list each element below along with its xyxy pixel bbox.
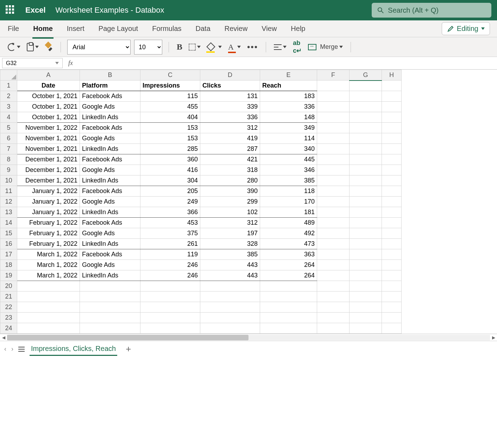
cell[interactable]: 131 <box>200 91 260 102</box>
cell-empty[interactable] <box>382 197 402 207</box>
sheet-nav-prev[interactable]: ‹ <box>4 345 6 353</box>
cell-empty[interactable] <box>350 112 382 123</box>
cell-empty[interactable] <box>260 313 317 323</box>
cell-empty[interactable] <box>80 292 140 302</box>
cell-empty[interactable] <box>80 302 140 313</box>
cell[interactable]: 339 <box>200 102 260 112</box>
more-font-options-button[interactable]: ••• <box>246 41 259 53</box>
cell-empty[interactable] <box>80 281 140 292</box>
row-header[interactable]: 1 <box>0 81 17 91</box>
cell[interactable]: 246 <box>140 260 200 270</box>
cell[interactable]: 118 <box>260 186 317 197</box>
cell[interactable]: 102 <box>200 207 260 218</box>
cell-empty[interactable] <box>317 207 350 218</box>
cell[interactable]: 261 <box>140 239 200 249</box>
col-header-G[interactable]: G <box>350 70 382 81</box>
cell-empty[interactable] <box>382 292 402 302</box>
row-header[interactable]: 12 <box>0 197 17 207</box>
cell[interactable]: Facebook Ads <box>80 218 140 228</box>
cell[interactable]: 114 <box>260 133 317 144</box>
cell[interactable]: 443 <box>200 260 260 270</box>
row-header[interactable]: 2 <box>0 91 17 102</box>
cell-empty[interactable] <box>317 228 350 239</box>
cell-empty[interactable] <box>317 281 350 292</box>
cell-empty[interactable] <box>317 175 350 186</box>
cell[interactable]: 183 <box>260 91 317 102</box>
cell[interactable]: LinkedIn Ads <box>80 144 140 154</box>
cell-empty[interactable] <box>317 302 350 313</box>
cell[interactable]: 419 <box>200 133 260 144</box>
cell-empty[interactable] <box>350 207 382 218</box>
cell-empty[interactable] <box>200 281 260 292</box>
cell[interactable]: Facebook Ads <box>80 123 140 133</box>
cell[interactable]: March 1, 2022 <box>17 249 80 260</box>
cell[interactable]: 453 <box>140 218 200 228</box>
cell-empty[interactable] <box>382 228 402 239</box>
row-header[interactable]: 22 <box>0 302 17 313</box>
cell[interactable]: December 1, 2021 <box>17 175 80 186</box>
cell-empty[interactable] <box>317 239 350 249</box>
borders-button[interactable] <box>187 42 202 52</box>
tab-insert[interactable]: Insert <box>66 22 85 36</box>
cell[interactable]: Facebook Ads <box>80 154 140 165</box>
cell[interactable]: 170 <box>260 197 317 207</box>
row-header[interactable]: 5 <box>0 123 17 133</box>
cell-empty[interactable] <box>317 260 350 270</box>
cell[interactable]: 312 <box>200 218 260 228</box>
cell[interactable]: Google Ads <box>80 197 140 207</box>
cell[interactable]: 404 <box>140 112 200 123</box>
cell-empty[interactable] <box>382 165 402 175</box>
cell[interactable]: 304 <box>140 175 200 186</box>
cell-empty[interactable] <box>200 302 260 313</box>
cell-empty[interactable] <box>350 323 382 334</box>
cell[interactable]: 390 <box>200 186 260 197</box>
cell-empty[interactable] <box>350 302 382 313</box>
cell[interactable]: February 1, 2022 <box>17 239 80 249</box>
cell[interactable]: 492 <box>260 228 317 239</box>
wrap-text-button[interactable]: abc↵ <box>291 38 303 56</box>
cell[interactable]: 445 <box>260 154 317 165</box>
cell[interactable]: 455 <box>140 102 200 112</box>
search-input[interactable] <box>388 6 486 14</box>
row-header[interactable]: 10 <box>0 175 17 186</box>
cell[interactable]: February 1, 2022 <box>17 218 80 228</box>
cell-empty[interactable] <box>382 175 402 186</box>
row-header[interactable]: 16 <box>0 239 17 249</box>
cell-empty[interactable] <box>260 323 317 334</box>
col-header-A[interactable]: A <box>17 70 80 81</box>
tab-help[interactable]: Help <box>290 22 306 36</box>
cell-empty[interactable] <box>317 218 350 228</box>
cell[interactable]: 336 <box>260 102 317 112</box>
cell-header[interactable]: Clicks <box>200 81 260 91</box>
cell-empty[interactable] <box>140 292 200 302</box>
cell-empty[interactable] <box>260 292 317 302</box>
cell-empty[interactable] <box>350 91 382 102</box>
cell[interactable]: 360 <box>140 154 200 165</box>
cell-header[interactable]: Platform <box>80 81 140 91</box>
cell-empty[interactable] <box>17 281 80 292</box>
cell-empty[interactable] <box>382 239 402 249</box>
cell-empty[interactable] <box>350 186 382 197</box>
cell[interactable]: March 1, 2022 <box>17 260 80 270</box>
cell[interactable]: 366 <box>140 207 200 218</box>
cell[interactable]: 246 <box>140 270 200 281</box>
row-header[interactable]: 13 <box>0 207 17 218</box>
add-sheet-button[interactable]: + <box>122 344 134 354</box>
cell[interactable]: LinkedIn Ads <box>80 270 140 281</box>
tab-review[interactable]: Review <box>224 22 249 36</box>
cell-empty[interactable] <box>350 175 382 186</box>
cell-empty[interactable] <box>382 313 402 323</box>
row-header[interactable]: 6 <box>0 133 17 144</box>
cell-empty[interactable] <box>260 281 317 292</box>
cell-empty[interactable] <box>317 292 350 302</box>
search-box[interactable] <box>372 3 491 18</box>
cell-empty[interactable] <box>200 323 260 334</box>
row-header[interactable]: 17 <box>0 249 17 260</box>
horizontal-scrollbar[interactable]: ◀ ▶ <box>0 334 497 341</box>
cell[interactable]: January 1, 2022 <box>17 186 80 197</box>
cell-empty[interactable] <box>382 302 402 313</box>
col-header-H[interactable]: H <box>382 70 402 81</box>
cell-empty[interactable] <box>382 102 402 112</box>
row-header[interactable]: 18 <box>0 260 17 270</box>
cell-empty[interactable] <box>382 218 402 228</box>
